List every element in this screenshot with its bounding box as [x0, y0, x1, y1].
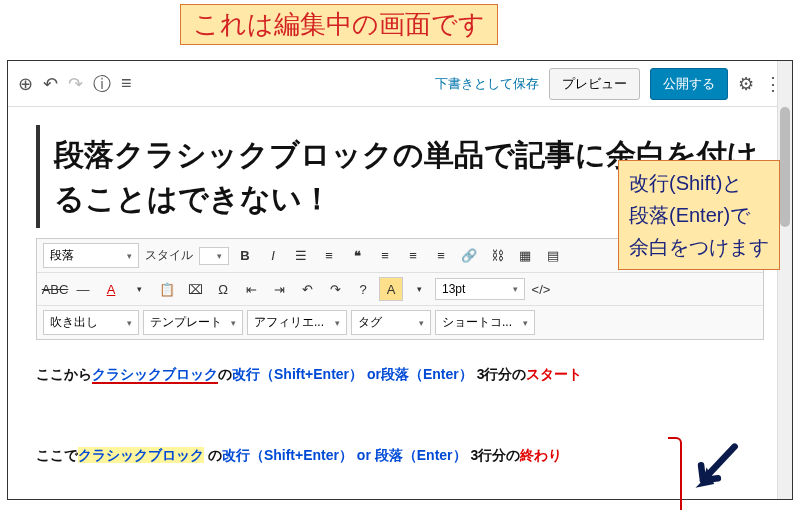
- align-right-icon[interactable]: ≡: [429, 244, 453, 268]
- preview-button[interactable]: プレビュー: [549, 68, 640, 100]
- bg-color-icon[interactable]: A: [379, 277, 403, 301]
- tinymce-row-3: 吹き出し テンプレート アフィリエ... タグ ショートコ...: [37, 306, 763, 339]
- style-select[interactable]: [199, 247, 229, 265]
- text-start: スタート: [526, 366, 582, 382]
- paste-text-icon[interactable]: 📋: [155, 277, 179, 301]
- editor-topbar: ⊕ ↶ ↷ ⓘ ≡ 下書きとして保存 プレビュー 公開する ⚙ ⋮: [8, 61, 792, 107]
- text-or: or: [367, 366, 381, 382]
- text-color-chevron-icon[interactable]: ▾: [127, 277, 151, 301]
- arrow-annotation: [688, 441, 744, 501]
- undo-icon[interactable]: ↶: [43, 73, 58, 95]
- annotation-line: 段落(Enter)で: [629, 199, 769, 231]
- unlink-icon[interactable]: ⛓: [485, 244, 509, 268]
- outline-icon[interactable]: ≡: [121, 73, 132, 94]
- strikethrough-icon[interactable]: ABC: [43, 277, 67, 301]
- text: の: [218, 366, 232, 382]
- scroll-thumb[interactable]: [780, 107, 790, 227]
- add-block-icon[interactable]: ⊕: [18, 73, 33, 95]
- publish-button[interactable]: 公開する: [650, 68, 728, 100]
- style-label: スタイル: [143, 247, 195, 264]
- affiliate-select[interactable]: アフィリエ...: [247, 310, 347, 335]
- indent-icon[interactable]: ⇥: [267, 277, 291, 301]
- red-bracket-annotation: [668, 437, 682, 510]
- format-select[interactable]: 段落: [43, 243, 139, 268]
- blockquote-icon[interactable]: ❝: [345, 244, 369, 268]
- text: 3行分の: [470, 447, 520, 463]
- toolbar-toggle-icon[interactable]: ▤: [541, 244, 565, 268]
- link-icon[interactable]: 🔗: [457, 244, 481, 268]
- text-classic-block-hl: クラシックブロック: [78, 447, 204, 463]
- text: ここで: [36, 447, 78, 463]
- font-size-select[interactable]: 13pt: [435, 278, 525, 300]
- align-center-icon[interactable]: ≡: [401, 244, 425, 268]
- clear-formatting-icon[interactable]: ⌧: [183, 277, 207, 301]
- redo-icon[interactable]: ↷: [68, 73, 83, 95]
- info-icon[interactable]: ⓘ: [93, 72, 111, 96]
- text-shift-enter: 改行（Shift+Enter）: [222, 447, 353, 463]
- tag-select[interactable]: タグ: [351, 310, 431, 335]
- editor-window: ⊕ ↶ ↷ ⓘ ≡ 下書きとして保存 プレビュー 公開する ⚙ ⋮ 段落クラシッ…: [7, 60, 793, 500]
- bold-icon[interactable]: B: [233, 244, 257, 268]
- text-or: or: [357, 447, 371, 463]
- vertical-scrollbar[interactable]: [777, 61, 792, 499]
- outdent-icon[interactable]: ⇤: [239, 277, 263, 301]
- undo2-icon[interactable]: ↶: [295, 277, 319, 301]
- template-select[interactable]: テンプレート: [143, 310, 243, 335]
- text-color-icon[interactable]: A: [99, 277, 123, 301]
- callout-select[interactable]: 吹き出し: [43, 310, 139, 335]
- sample-line-start: ここからクラシックブロックの改行（Shift+Enter） or段落（Enter…: [36, 362, 764, 387]
- settings-gear-icon[interactable]: ⚙: [738, 73, 754, 95]
- help-icon[interactable]: ?: [351, 277, 375, 301]
- text-shift-enter: 改行（Shift+Enter）: [232, 366, 363, 382]
- text: 3行分の: [477, 366, 527, 382]
- italic-icon[interactable]: I: [261, 244, 285, 268]
- text-end: 終わり: [520, 447, 562, 463]
- text-classic-block: クラシックブロック: [92, 366, 218, 384]
- sample-line-end: ここでクラシックブロック の改行（Shift+Enter） or 段落（Ente…: [36, 443, 764, 468]
- hr-icon[interactable]: —: [71, 277, 95, 301]
- source-code-icon[interactable]: </>: [529, 277, 553, 301]
- tinymce-row-2: ABC — A ▾ 📋 ⌧ Ω ⇤ ⇥ ↶ ↷ ? A ▾ 13pt </>: [37, 273, 763, 306]
- shortcode-select[interactable]: ショートコ...: [435, 310, 535, 335]
- overlay-annotation: 改行(Shift)と 段落(Enter)で 余白をつけます: [618, 160, 780, 270]
- topbar-right-controls: 下書きとして保存 プレビュー 公開する ⚙ ⋮: [435, 68, 782, 100]
- table-icon[interactable]: ▦: [513, 244, 537, 268]
- overlay-banner: これは編集中の画面です: [180, 4, 498, 45]
- bg-color-chevron-icon[interactable]: ▾: [407, 277, 431, 301]
- text-enter: 段落（Enter）: [371, 447, 467, 463]
- text: の: [204, 447, 222, 463]
- annotation-line: 改行(Shift)と: [629, 167, 769, 199]
- save-draft-link[interactable]: 下書きとして保存: [435, 75, 539, 93]
- redo2-icon[interactable]: ↷: [323, 277, 347, 301]
- bullet-list-icon[interactable]: ☰: [289, 244, 313, 268]
- align-left-icon[interactable]: ≡: [373, 244, 397, 268]
- blank-space: [36, 387, 764, 443]
- special-char-icon[interactable]: Ω: [211, 277, 235, 301]
- text: ここから: [36, 366, 92, 382]
- numbered-list-icon[interactable]: ≡: [317, 244, 341, 268]
- topbar-left-controls: ⊕ ↶ ↷ ⓘ ≡: [18, 72, 132, 96]
- text-enter: 段落（Enter）: [381, 366, 473, 382]
- annotation-line: 余白をつけます: [629, 231, 769, 263]
